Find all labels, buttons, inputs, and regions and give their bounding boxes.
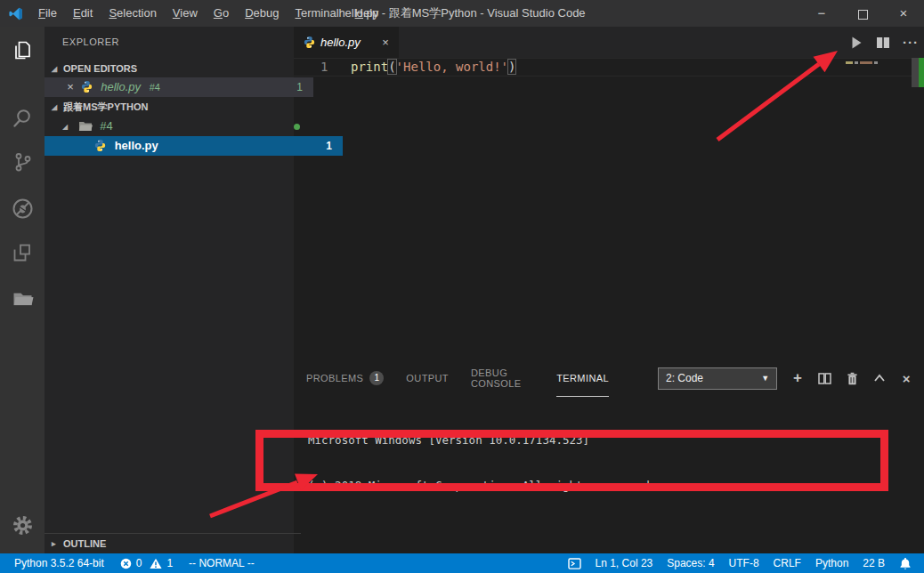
terminal-status-icon xyxy=(568,558,581,569)
indentation-status[interactable]: Spaces: 4 xyxy=(667,557,714,569)
terminal-line xyxy=(308,523,890,538)
extensions-icon xyxy=(11,241,34,264)
split-editor-button[interactable] xyxy=(876,36,890,49)
problems-badge: 1 xyxy=(326,136,332,156)
terminal-line: (c) 2018 Microsoft Corporation. All righ… xyxy=(308,478,890,493)
explorer-sidebar: EXPLORER ◢ OPEN EDITORS × hello.py #4 1 … xyxy=(45,27,294,553)
extensions-activity-button[interactable] xyxy=(0,233,45,272)
tab-output[interactable]: OUTPUT xyxy=(406,360,449,396)
dropdown-arrow-icon: ▼ xyxy=(761,374,769,383)
menu-view[interactable]: View xyxy=(165,0,206,27)
split-terminal-button[interactable] xyxy=(818,371,831,386)
editor-tab-bar: hello.py × ··· xyxy=(294,27,924,58)
maximize-icon xyxy=(858,10,868,20)
workspace-folder-header[interactable]: ◢ 跟着MS学PYTHON xyxy=(45,97,301,117)
open-folder-icon xyxy=(78,120,93,133)
terminal-output[interactable]: Microsoft Windows [Version 10.0.17134.52… xyxy=(308,402,890,573)
eol-status[interactable]: CRLF xyxy=(774,557,801,569)
cursor-position-status[interactable]: Ln 1, Col 23 xyxy=(596,557,653,569)
source-control-activity-button[interactable] xyxy=(0,142,45,182)
warning-triangle-icon xyxy=(150,558,162,569)
code-editor[interactable]: 1 print('Hello, world!') xyxy=(294,58,924,360)
menu-edit[interactable]: Edit xyxy=(65,0,101,27)
python-file-icon xyxy=(80,80,93,93)
current-line-highlight: 1 print('Hello, world!') xyxy=(294,58,912,77)
tab-terminal[interactable]: TERMINAL xyxy=(556,360,609,397)
files-icon xyxy=(11,39,34,62)
encoding-status[interactable]: UTF-8 xyxy=(729,557,759,569)
tree-item-hello-py[interactable]: hello.py 1 xyxy=(45,136,343,156)
new-terminal-button[interactable]: + xyxy=(792,371,803,386)
minimap[interactable] xyxy=(846,61,878,64)
play-icon xyxy=(849,36,863,50)
explorer-activity-button[interactable] xyxy=(0,31,45,70)
tab-label: hello.py xyxy=(320,36,379,49)
problems-status[interactable]: 0 1 xyxy=(120,557,173,569)
error-circle-icon xyxy=(120,558,132,569)
editor-scrollbar[interactable] xyxy=(912,58,919,87)
settings-gear-icon xyxy=(11,513,35,537)
chevron-expanded-icon: ◢ xyxy=(52,60,61,79)
notifications-bell-button[interactable] xyxy=(899,557,912,570)
python-interpreter-status[interactable]: Python 3.5.2 64-bit xyxy=(14,557,104,569)
window-close-button[interactable]: × xyxy=(883,0,924,27)
run-python-file-button[interactable] xyxy=(849,36,863,50)
terminal-instance-select[interactable]: 2: Code ▼ xyxy=(658,367,777,390)
folder-label: #4 xyxy=(100,119,112,133)
status-right: Ln 1, Col 23 Spaces: 4 UTF-8 CRLF Python… xyxy=(568,557,924,570)
language-mode-status[interactable]: Python xyxy=(815,557,848,569)
code-line-1: print('Hello, world!') xyxy=(351,59,515,76)
problems-count-badge: 1 xyxy=(369,371,384,385)
split-terminal-icon xyxy=(818,373,831,384)
python-file-icon xyxy=(93,139,107,152)
folder-activity-button[interactable] xyxy=(0,278,45,318)
menu-help[interactable]: Help xyxy=(347,0,387,27)
window-minimize-button[interactable]: − xyxy=(801,0,842,27)
tab-problems[interactable]: PROBLEMS 1 xyxy=(306,360,384,396)
vim-mode-status[interactable]: -- NORMAL -- xyxy=(189,557,255,569)
menu-terminal[interactable]: Terminal xyxy=(287,0,346,27)
search-icon xyxy=(11,107,34,130)
open-editors-header[interactable]: ◢ OPEN EDITORS xyxy=(45,59,301,78)
outline-section-header[interactable]: ▸ OUTLINE xyxy=(45,533,301,553)
search-activity-button[interactable] xyxy=(0,99,45,138)
debug-activity-button[interactable] xyxy=(0,189,45,228)
tab-debug-console[interactable]: DEBUG CONSOLE xyxy=(471,360,534,396)
menu-debug[interactable]: Debug xyxy=(237,0,287,27)
close-editor-icon[interactable]: × xyxy=(64,77,77,97)
maximize-panel-button[interactable] xyxy=(873,371,886,386)
status-bar: Python 3.5.2 64-bit 0 1 -- NORMAL -- Ln xyxy=(0,553,924,573)
editor-group: hello.py × ··· 1 print('Hello, world!') xyxy=(294,27,924,553)
problems-badge: 1 xyxy=(296,77,303,97)
menu-file[interactable]: File xyxy=(30,0,65,27)
close-panel-button[interactable]: × xyxy=(901,371,912,386)
tab-hello-py[interactable]: hello.py × xyxy=(294,27,399,58)
tab-close-icon[interactable]: × xyxy=(379,36,392,49)
modified-dot-badge xyxy=(294,124,300,130)
window-maximize-button[interactable] xyxy=(842,0,883,27)
more-actions-button[interactable]: ··· xyxy=(903,35,919,50)
menu-bar: File Edit Selection View Go Debug Termin… xyxy=(30,0,386,27)
status-left: Python 3.5.2 64-bit 0 1 -- NORMAL -- xyxy=(0,557,255,569)
open-editor-detail: #4 xyxy=(150,82,160,93)
debug-no-bug-icon xyxy=(11,197,35,221)
bottom-panel: PROBLEMS 1 OUTPUT DEBUG CONSOLE TERMINAL… xyxy=(294,360,924,553)
chevron-expanded-icon: ◢ xyxy=(62,117,71,137)
chevron-expanded-icon: ◢ xyxy=(52,98,61,117)
open-editor-item-hello-py[interactable]: × hello.py #4 1 xyxy=(45,77,313,97)
menu-go[interactable]: Go xyxy=(206,0,237,27)
open-editor-label: hello.py xyxy=(101,80,141,93)
chevron-up-icon xyxy=(873,373,886,383)
file-size-status[interactable]: 22 B xyxy=(863,557,885,569)
activity-bar xyxy=(0,27,45,553)
vscode-logo-icon xyxy=(8,6,23,21)
menu-selection[interactable]: Selection xyxy=(101,0,164,27)
terminal-status-button[interactable] xyxy=(568,558,581,569)
tree-item-folder-4[interactable]: ◢ #4 xyxy=(45,117,312,136)
editor-actions: ··· xyxy=(849,27,919,58)
manage-button[interactable] xyxy=(0,513,45,537)
trash-icon xyxy=(847,372,858,385)
kill-terminal-button[interactable] xyxy=(847,371,858,386)
file-label: hello.py xyxy=(115,139,158,152)
terminal-line: Microsoft Windows [Version 10.0.17134.52… xyxy=(308,432,890,448)
